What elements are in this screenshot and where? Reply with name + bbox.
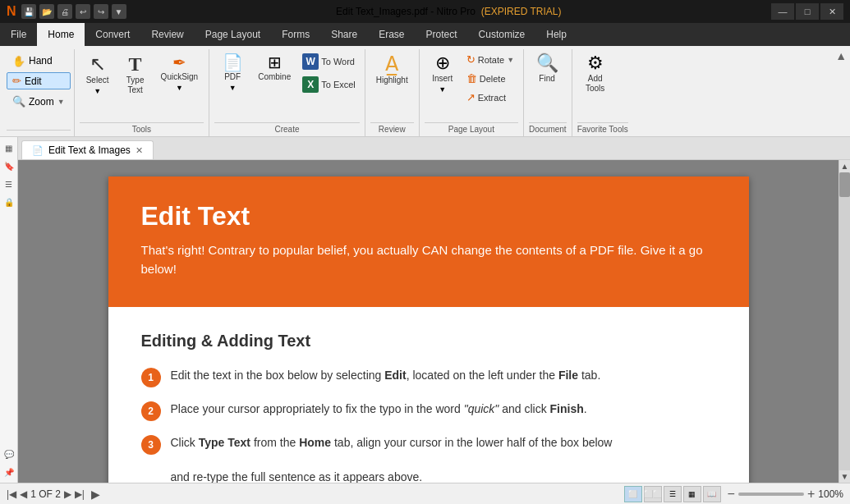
edit-button[interactable]: ✏ Edit [7, 72, 71, 89]
pdf-title: Edit Text [141, 201, 716, 231]
type-text-button[interactable]: T TypeText [117, 51, 154, 99]
facing-view-button[interactable]: ▦ [683, 486, 701, 502]
ribbon-group-tools-side: ✋ Hand ✏ Edit 🔍 Zoom ▼ [3, 49, 75, 136]
menu-customize[interactable]: Customize [468, 23, 536, 46]
insert-icon: ⊕ [435, 54, 450, 72]
ribbon-group-review: A̲ Highlight Review [365, 49, 420, 136]
zoom-in-button[interactable]: + [807, 487, 815, 502]
zoom-slider[interactable] [738, 493, 804, 496]
menu-bar: File Home Convert Review Page Layout For… [0, 23, 850, 46]
pdf-button[interactable]: 📄 PDF ▼ [214, 51, 250, 95]
rotate-button[interactable]: ↻ Rotate ▼ [462, 51, 518, 68]
page-indicator: 1 OF 2 [30, 488, 61, 500]
zoom-icon: 🔍 [12, 95, 25, 108]
print-icon[interactable]: 🖨 [57, 4, 72, 19]
insert-button[interactable]: ⊕ Insert ▼ [425, 51, 461, 97]
continuous-view-button[interactable]: ☰ [664, 486, 682, 502]
rotate-dropdown-icon: ▼ [507, 56, 514, 64]
maximize-button[interactable]: □ [796, 3, 819, 20]
list-num-1: 1 [141, 368, 161, 387]
find-icon: 🔍 [536, 54, 558, 72]
title-bar-left: N 💾 📂 🖨 ↩ ↪ ▼ [7, 4, 126, 19]
quick-access-toolbar: 💾 📂 🖨 ↩ ↪ ▼ [21, 4, 126, 19]
extract-button[interactable]: ↗ Extract [462, 89, 518, 106]
sidebar-pages-icon[interactable]: ☰ [2, 176, 16, 191]
to-excel-button[interactable]: X To Excel [298, 74, 360, 95]
hand-icon: ✋ [12, 55, 25, 67]
list-item: 1 Edit the text in the box below by sele… [141, 367, 716, 387]
reading-view-button[interactable]: 📖 [703, 486, 721, 502]
save-icon[interactable]: 💾 [21, 4, 36, 19]
next-page-button[interactable]: ▶ [64, 488, 71, 500]
select-dropdown-icon: ▼ [94, 87, 101, 95]
tools-label: Tools [80, 122, 204, 136]
combine-icon: ⊞ [268, 54, 282, 71]
tab-edit-text-images[interactable]: 📄 Edit Text & Images ✕ [21, 140, 154, 159]
scroll-thumb[interactable] [839, 172, 850, 197]
menu-home[interactable]: Home [37, 23, 85, 46]
menu-share[interactable]: Share [320, 23, 368, 46]
sidebar-comments-icon[interactable]: 💬 [2, 447, 16, 461]
prev-page-button[interactable]: ◀ [20, 488, 27, 500]
title-bar: N 💾 📂 🖨 ↩ ↪ ▼ Edit Text_Images.pdf - Nit… [0, 0, 850, 23]
two-page-view-button[interactable]: ⬜⬜ [644, 486, 662, 502]
zoom-percentage: 100% [818, 488, 843, 500]
menu-page-layout[interactable]: Page Layout [195, 23, 271, 46]
pdf-icon: 📄 [223, 54, 243, 71]
scroll-track[interactable] [839, 172, 850, 470]
combine-button[interactable]: ⊞ Combine [252, 51, 296, 85]
type-text-icon: T [129, 54, 142, 74]
menu-forms[interactable]: Forms [271, 23, 320, 46]
select-icon: ↖ [90, 54, 106, 74]
play-button[interactable]: ▶ [91, 488, 100, 501]
menu-convert[interactable]: Convert [85, 23, 140, 46]
more-icon[interactable]: ▼ [112, 4, 126, 19]
add-tools-button[interactable]: ⚙ AddTools [577, 51, 613, 97]
menu-help[interactable]: Help [535, 23, 577, 46]
trial-badge: (EXPIRED TRIAL) [481, 6, 562, 17]
first-page-button[interactable]: |◀ [7, 488, 16, 500]
sidebar-thumbnails-icon[interactable]: ▦ [2, 140, 16, 155]
tab-close-button[interactable]: ✕ [136, 145, 143, 156]
single-page-view-button[interactable]: ⬜ [624, 486, 642, 502]
last-page-button[interactable]: ▶| [75, 488, 85, 500]
menu-erase[interactable]: Erase [368, 23, 415, 46]
menu-file[interactable]: File [0, 23, 37, 46]
select-button[interactable]: ↖ Select ▼ [80, 51, 116, 99]
extract-icon: ↗ [466, 91, 476, 103]
close-button[interactable]: ✕ [820, 3, 843, 20]
find-button[interactable]: 🔍 Find [529, 51, 565, 87]
tools-group-label [7, 130, 71, 135]
menu-protect[interactable]: Protect [416, 23, 468, 46]
ribbon-collapse-button[interactable]: ▲ [835, 49, 847, 62]
list-num-2: 2 [141, 401, 161, 421]
menu-review[interactable]: Review [140, 23, 194, 46]
tab-label: Edit Text & Images [48, 144, 131, 156]
minimize-button[interactable]: — [771, 3, 794, 20]
ribbon: ✋ Hand ✏ Edit 🔍 Zoom ▼ ↖ Select ▼ T [0, 46, 850, 137]
zoom-button[interactable]: 🔍 Zoom ▼ [7, 93, 71, 110]
to-word-button[interactable]: W To Word [298, 51, 360, 72]
sidebar-stamps-icon[interactable]: 📌 [2, 465, 16, 479]
insert-dropdown-icon: ▼ [439, 85, 446, 94]
sidebar-bookmarks-icon[interactable]: 🔖 [2, 158, 16, 173]
page-layout-label: Page Layout [425, 122, 518, 136]
right-scrollbar[interactable]: ▲ ▼ [839, 160, 850, 483]
scroll-down-button[interactable]: ▼ [839, 470, 850, 483]
highlight-button[interactable]: A̲ Highlight [370, 51, 414, 89]
sidebar-security-icon[interactable]: 🔒 [2, 195, 16, 209]
redo-icon[interactable]: ↪ [94, 4, 108, 19]
zoom-controls: − + 100% [728, 487, 843, 502]
pdf-header: Edit Text That's right! Contrary to popu… [108, 176, 749, 307]
to-word-icon: W [302, 53, 319, 70]
content-scroll-area[interactable]: Edit Text That's right! Contrary to popu… [18, 160, 839, 483]
open-icon[interactable]: 📂 [39, 4, 54, 19]
scroll-up-button[interactable]: ▲ [839, 160, 850, 172]
pdf-dropdown-icon: ▼ [229, 84, 237, 92]
delete-button[interactable]: 🗑 Delete [462, 70, 518, 87]
quicksign-button[interactable]: ✒ QuickSign ▼ [155, 51, 204, 95]
zoom-out-button[interactable]: − [728, 487, 735, 502]
hand-button[interactable]: ✋ Hand [7, 53, 71, 70]
title-bar-controls: — □ ✕ [771, 3, 843, 20]
undo-icon[interactable]: ↩ [76, 4, 90, 19]
